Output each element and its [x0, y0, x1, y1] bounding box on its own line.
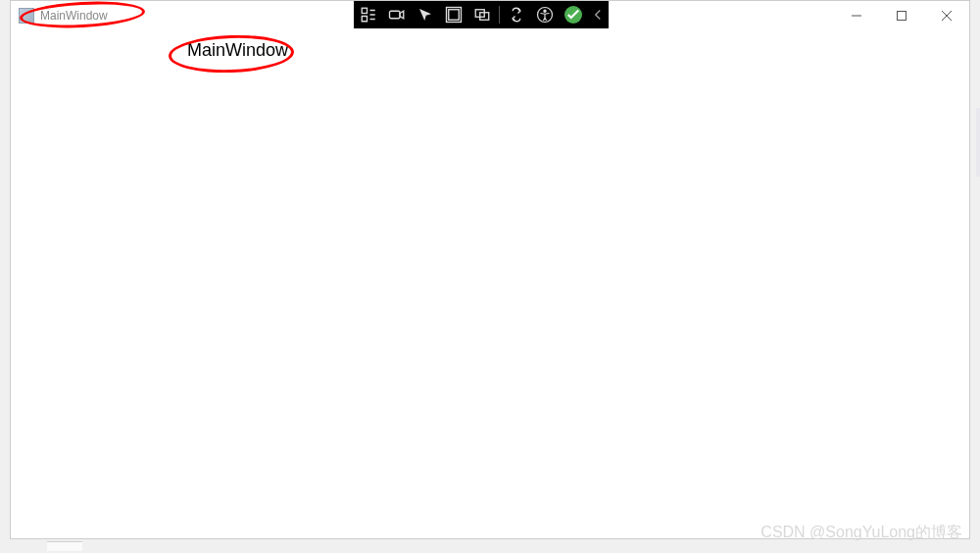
minimize-button[interactable] [834, 1, 879, 30]
svg-rect-2 [449, 10, 460, 21]
close-button[interactable] [924, 1, 969, 30]
live-visual-tree-button[interactable] [355, 2, 382, 27]
main-label: MainWindow [187, 40, 288, 61]
layout-adorners-button[interactable] [440, 2, 467, 27]
toolbar-separator [499, 6, 500, 24]
select-element-button[interactable] [412, 2, 439, 27]
svg-rect-1 [390, 11, 401, 19]
maximize-button[interactable] [879, 1, 924, 30]
titlebar: MainWindow [11, 1, 969, 30]
accessibility-button[interactable] [531, 2, 559, 27]
debug-toolbar [354, 1, 609, 28]
status-ok-button[interactable] [560, 2, 587, 27]
app-icon [19, 8, 34, 24]
scroll-hint [976, 108, 980, 176]
svg-rect-9 [898, 12, 906, 21]
collapse-toolbar-button[interactable] [588, 2, 608, 27]
track-focus-button[interactable] [468, 2, 496, 27]
bottom-edge-mark [47, 541, 82, 551]
window-controls [834, 1, 969, 30]
titlebar-left: MainWindow [11, 8, 108, 24]
window-title: MainWindow [40, 9, 108, 23]
svg-point-7 [544, 10, 546, 12]
client-area: MainWindow [11, 30, 969, 538]
record-button[interactable] [383, 2, 411, 27]
hot-reload-button[interactable] [503, 2, 530, 27]
svg-rect-0 [362, 8, 367, 13]
check-circle-icon [564, 6, 582, 24]
application-window: MainWindow [10, 0, 970, 539]
